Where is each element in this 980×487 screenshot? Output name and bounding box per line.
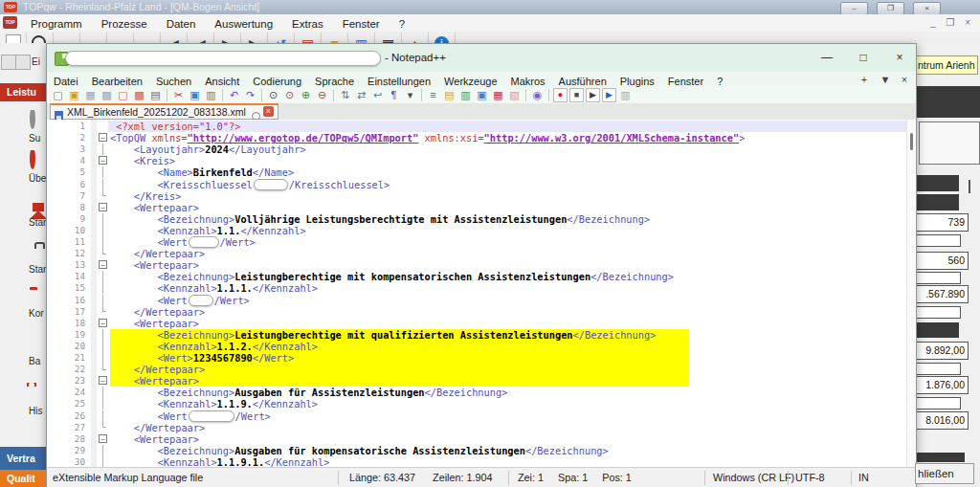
code-line[interactable]: <Layoutjahr>2024</Layoutjahr> (110, 144, 306, 155)
dropdown-icon[interactable]: ▾ (403, 88, 417, 102)
folder-workspace-icon[interactable]: ▧ (507, 88, 522, 102)
code-line[interactable]: </Wertepaar> (110, 422, 205, 433)
code-line[interactable]: <Wertepaar> (110, 202, 199, 213)
code-line[interactable]: </Wertepaar> (110, 248, 205, 259)
right-panel-field[interactable] (911, 363, 961, 375)
document-list-icon[interactable]: ▣ (475, 88, 489, 102)
npp-titlebar[interactable]: - Notepad++ — □ × (47, 44, 916, 72)
right-panel-field[interactable]: 1.876,00 (911, 376, 969, 394)
editor-area[interactable]: 1 <?xml version="1.0"?>2–<TopQW xmlns="h… (47, 120, 906, 467)
tab-xml-birkenfeld[interactable]: XML_Birkenfeld_20251202_083138.xml× (50, 103, 278, 120)
code-line[interactable]: <Kennzahl>1.1.</Kennzahl> (110, 225, 306, 236)
code-line[interactable]: </Wertepaar> (110, 364, 205, 375)
fold-collapse-icon[interactable]: – (98, 155, 108, 166)
status-insert-mode[interactable]: IN (858, 468, 869, 487)
cut-icon[interactable]: ✂ (171, 88, 186, 102)
npp-tab-list-button[interactable]: ▼ (876, 72, 895, 87)
code-line[interactable]: <Kennzahl>1.1.9.</Kennzahl> (110, 398, 318, 410)
sidebar-item-stammdaten[interactable]: Stam (0, 194, 46, 232)
npp-minimize-button[interactable]: — (811, 44, 843, 72)
right-panel-field[interactable]: .567.890 (911, 285, 969, 303)
fold-collapse-icon[interactable]: – (98, 202, 108, 213)
code-line[interactable]: <Bezeichnung>Ausgaben für kompensatorisc… (110, 445, 609, 456)
indent-guide-icon[interactable]: ≡ (426, 88, 440, 102)
topqw-close-button[interactable]: × (913, 2, 941, 15)
monitoring-icon[interactable]: ▦ (491, 88, 505, 102)
find-icon[interactable]: ⊙ (266, 88, 280, 102)
topqw-mdi-controls[interactable]: _ ❐ × (930, 14, 974, 32)
status-encoding[interactable]: UTF-8 (795, 468, 825, 487)
macro-stop-icon[interactable]: ■ (569, 88, 584, 102)
code-line[interactable]: <Bezeichnung>Volljährige Leistungsberech… (110, 213, 650, 225)
fold-collapse-icon[interactable]: – (98, 318, 108, 329)
word-wrap-icon[interactable]: ↩ (370, 88, 385, 102)
code-line[interactable]: <Wertepaar> (110, 318, 199, 329)
eye-icon[interactable]: ◉ (530, 88, 545, 102)
code-line[interactable]: <TopQW xmlns="http://www.ergotop.de/TOPq… (110, 132, 745, 144)
sync-horizontal-icon[interactable]: ⇄ (354, 88, 368, 102)
code-line[interactable]: <Kennzahl>1.1.1.</Kennzahl> (110, 282, 318, 294)
right-panel-empty-box[interactable] (919, 122, 980, 165)
document-map-icon[interactable]: ▥ (458, 88, 473, 102)
code-line[interactable]: <Wert>1234567890</Wert> (110, 352, 294, 364)
menu-item-prozesse[interactable]: Prozesse (92, 15, 157, 33)
code-line[interactable]: <Kennzahl>1.1.2.</Kennzahl> (110, 341, 318, 352)
menu-item-extras[interactable]: Extras (282, 15, 333, 33)
menu-item-daten[interactable]: Daten (157, 15, 206, 33)
code-line[interactable]: <Kennzahl>1.1.9.1.</Kennzahl> (110, 456, 329, 467)
paste-icon[interactable]: ▥ (204, 88, 218, 102)
undo-icon[interactable]: ↶ (227, 88, 241, 102)
new-file-icon[interactable]: ▢ (51, 88, 65, 102)
npp-close-tab-button[interactable]: × (895, 72, 914, 87)
fold-collapse-icon[interactable]: – (98, 132, 108, 144)
sidebar-item-historie[interactable]: His (0, 383, 46, 423)
right-panel-field[interactable] (911, 272, 961, 284)
menu-item-programm[interactable]: Programm (21, 15, 92, 33)
code-line[interactable]: <Bezeichnung>Leistungberechtige mit komp… (110, 271, 674, 282)
sidebar-item-qualitaet[interactable]: Qualit (0, 470, 46, 487)
macro-run-icon[interactable]: ▶ (602, 88, 616, 102)
save-icon[interactable]: ▦ (83, 88, 98, 102)
code-line[interactable]: <Wert/Wert> (110, 236, 256, 248)
fold-collapse-icon[interactable]: – (98, 433, 108, 445)
macro-record-icon[interactable]: ● (553, 88, 568, 102)
right-panel-field[interactable]: 560 (911, 252, 969, 270)
redo-icon[interactable]: ↷ (243, 88, 257, 102)
menu-item-auswertung[interactable]: Auswertung (205, 15, 282, 33)
npp-maximize-button[interactable]: □ (847, 44, 880, 72)
code-line[interactable]: <Wert/Wert> (110, 410, 271, 422)
tab-close-icon[interactable]: × (263, 106, 274, 117)
sidebar-item-vertraege[interactable]: Vertra (0, 447, 46, 470)
code-line[interactable]: <Bezeichnung>Leistungberechtige mit qual… (110, 329, 656, 341)
show-all-chars-icon[interactable]: ¶ (387, 88, 401, 102)
code-line[interactable]: </Kreis> (110, 190, 181, 202)
status-eol-format[interactable]: Windows (CR LF) (713, 468, 794, 487)
save-all-icon[interactable]: ▩ (100, 88, 114, 102)
function-list-icon[interactable]: ▤ (442, 88, 457, 102)
sidebar-item-korrespondenz[interactable]: Kor (0, 285, 46, 323)
menu-item-?[interactable]: ? (390, 15, 414, 33)
sidebar-tool-box-icon[interactable] (1, 55, 16, 70)
npp-close-button[interactable]: × (883, 44, 916, 72)
right-panel-field[interactable]: 8.016,00 (911, 411, 969, 430)
sidebar-item-leistung[interactable]: Leistu (0, 83, 46, 101)
sidebar-item-uebersicht[interactable]: Übe (0, 150, 46, 187)
sidebar-tool-box-icon[interactable] (15, 55, 31, 70)
sidebar-item-start[interactable]: Star (0, 241, 46, 279)
print-icon[interactable]: ▤ (148, 88, 163, 102)
schliessen-button[interactable]: hließen (915, 463, 974, 484)
code-line[interactable]: <Kreisschluessel/Kreisschluessel> (110, 179, 390, 190)
macro-save-icon[interactable]: ▥ (618, 88, 633, 102)
sidebar-item-suche[interactable]: Su (0, 110, 46, 146)
open-file-icon[interactable]: ▣ (67, 88, 81, 102)
fold-collapse-icon[interactable]: – (98, 375, 108, 387)
code-line[interactable]: <Wertepaar> (110, 433, 199, 445)
right-panel-field[interactable] (911, 306, 961, 319)
right-panel-field[interactable]: 9.892,00 (911, 342, 969, 360)
right-panel-field[interactable] (911, 234, 961, 247)
scrollbar-thumb[interactable] (910, 133, 913, 150)
right-panel-field[interactable] (911, 397, 961, 410)
code-line[interactable]: <Wertepaar> (110, 375, 199, 387)
fold-collapse-icon[interactable]: – (98, 259, 108, 271)
close-all-icon[interactable]: ▩ (132, 88, 146, 102)
